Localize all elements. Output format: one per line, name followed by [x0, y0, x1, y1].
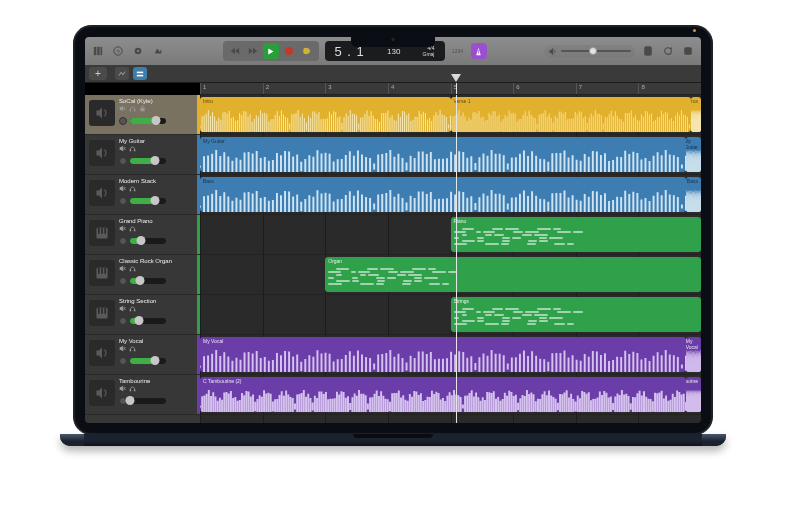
quick-help-button[interactable]: ? [111, 44, 125, 58]
ruler-bar-8[interactable]: 8 [638, 83, 644, 94]
volume-thumb[interactable] [151, 356, 160, 365]
ruler-bar-3[interactable]: 3 [325, 83, 331, 94]
instrument-icon[interactable] [89, 220, 115, 246]
track-name[interactable]: Classic Rock Organ [119, 258, 196, 264]
track-name[interactable]: SoCal (Kyle) [119, 98, 196, 104]
region[interactable]: C Tambourine (2) [200, 377, 686, 412]
pan-knob[interactable] [119, 317, 127, 325]
timeline-ruler[interactable]: 12345678 [200, 83, 701, 95]
region[interactable]: Bass [686, 177, 701, 212]
lock-button[interactable] [139, 105, 146, 113]
mute-button[interactable] [119, 105, 126, 113]
rewind-button[interactable] [227, 43, 243, 59]
automation-button[interactable] [115, 67, 129, 80]
playhead[interactable] [456, 83, 457, 94]
track-header[interactable]: Grand Piano [85, 215, 200, 255]
notepad-button[interactable] [641, 44, 655, 58]
volume-slider[interactable] [130, 318, 166, 324]
pan-knob[interactable] [119, 157, 127, 165]
volume-slider[interactable] [130, 198, 166, 204]
solo-button[interactable] [129, 185, 136, 193]
mute-button[interactable] [119, 305, 126, 313]
pan-knob[interactable] [119, 277, 127, 285]
track-name[interactable]: My Vocal [119, 338, 196, 344]
volume-thumb[interactable] [136, 236, 145, 245]
solo-button[interactable] [129, 345, 136, 353]
region[interactable]: Chorus [691, 97, 701, 132]
volume-slider[interactable] [130, 278, 166, 284]
mute-button[interactable] [119, 145, 126, 153]
volume-slider[interactable] [130, 118, 166, 124]
track-lane[interactable]: Piano [200, 215, 701, 255]
forward-button[interactable] [245, 43, 261, 59]
track-name[interactable]: Grand Piano [119, 218, 196, 224]
master-volume-slider[interactable] [561, 50, 631, 52]
volume-thumb[interactable] [135, 316, 144, 325]
solo-button[interactable] [129, 105, 136, 113]
volume-thumb[interactable] [151, 196, 160, 205]
add-track-button[interactable]: + [89, 67, 107, 80]
region[interactable]: My Vocal [686, 337, 701, 372]
instrument-icon[interactable] [89, 180, 115, 206]
volume-thumb[interactable] [151, 116, 160, 125]
record-button[interactable] [281, 43, 297, 59]
region[interactable]: Intro [200, 97, 451, 132]
volume-thumb[interactable] [136, 276, 145, 285]
pan-knob[interactable] [119, 117, 127, 125]
track-header[interactable]: Classic Rock Organ [85, 255, 200, 295]
ruler-bar-6[interactable]: 6 [513, 83, 519, 94]
track-lane[interactable]: My VocalMy Vocal [200, 335, 701, 375]
instrument-icon[interactable] [89, 300, 115, 326]
pan-knob[interactable] [119, 197, 127, 205]
mute-button[interactable] [119, 265, 126, 273]
track-lane[interactable]: Organ [200, 255, 701, 295]
arrangement-lanes[interactable]: IntroVerse 1ChorusMy GuitarMy GuitarBass… [200, 95, 701, 423]
instrument-icon[interactable] [89, 340, 115, 366]
mute-button[interactable] [119, 345, 126, 353]
instrument-icon[interactable] [89, 140, 115, 166]
key-display[interactable]: Gmaj [423, 51, 435, 57]
track-name[interactable]: Tambourine [119, 378, 196, 384]
track-header[interactable]: SoCal (Kyle) [85, 95, 200, 135]
metronome-button[interactable] [471, 43, 487, 59]
master-volume[interactable] [544, 45, 635, 58]
track-header[interactable]: Modern Stack [85, 175, 200, 215]
track-lane[interactable]: C Tambourine (2)Tambourine [200, 375, 701, 415]
track-name[interactable]: My Guitar [119, 138, 196, 144]
tempo-display[interactable]: 130 [387, 47, 400, 56]
solo-button[interactable] [129, 385, 136, 393]
region[interactable]: Piano [451, 217, 702, 252]
mute-button[interactable] [119, 385, 126, 393]
track-lane[interactable]: IntroVerse 1Chorus [200, 95, 701, 135]
track-name[interactable]: String Section [119, 298, 196, 304]
library-button[interactable] [91, 44, 105, 58]
track-lane[interactable]: BassBass [200, 175, 701, 215]
solo-button[interactable] [129, 265, 136, 273]
track-lane[interactable]: Strings [200, 295, 701, 335]
loop-browser-button[interactable] [661, 44, 675, 58]
region[interactable]: Bass [200, 177, 686, 212]
countin-button[interactable]: 1234 [451, 44, 465, 58]
ruler-bar-4[interactable]: 4 [388, 83, 394, 94]
volume-slider[interactable] [130, 238, 166, 244]
region[interactable]: My Guitar [200, 137, 686, 172]
solo-button[interactable] [129, 225, 136, 233]
ruler-bar-1[interactable]: 1 [200, 83, 206, 94]
solo-button[interactable] [129, 145, 136, 153]
region[interactable]: My Guitar [686, 137, 701, 172]
instrument-icon[interactable] [89, 260, 115, 286]
region[interactable]: Strings [451, 297, 702, 332]
track-name[interactable]: Modern Stack [119, 178, 196, 184]
cycle-button[interactable] [299, 43, 315, 59]
volume-thumb[interactable] [126, 396, 135, 405]
pan-knob[interactable] [119, 357, 127, 365]
track-lane[interactable]: My GuitarMy Guitar [200, 135, 701, 175]
playhead-marker-icon[interactable] [451, 74, 461, 82]
ruler-bar-2[interactable]: 2 [263, 83, 269, 94]
volume-slider[interactable] [130, 358, 166, 364]
pan-knob[interactable] [119, 237, 127, 245]
region[interactable]: My Vocal [200, 337, 686, 372]
playhead-line[interactable] [456, 95, 457, 423]
region[interactable]: Tambourine [686, 377, 701, 412]
mute-button[interactable] [119, 225, 126, 233]
